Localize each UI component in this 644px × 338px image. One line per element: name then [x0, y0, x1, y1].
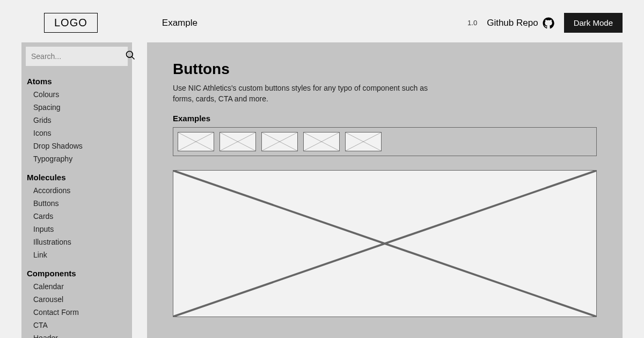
- sidebar-item-icons[interactable]: Icons: [26, 127, 128, 139]
- nav-section-molecules: Molecules Accordions Buttons Cards Input…: [26, 167, 128, 263]
- page-description: Use NIC Athletics's custom buttons style…: [173, 83, 430, 104]
- nav-heading-molecules: Molecules: [26, 170, 128, 184]
- sidebar-item-cta[interactable]: CTA: [26, 319, 128, 332]
- svg-point-0: [127, 52, 133, 58]
- svg-line-1: [132, 57, 135, 60]
- header: LOGO Example 1.0 Github Repo Dark Mode: [21, 0, 623, 42]
- dark-mode-button[interactable]: Dark Mode: [564, 13, 623, 33]
- sidebar-item-buttons[interactable]: Buttons: [26, 197, 128, 210]
- sidebar: Atoms Colours Spacing Grids Icons Drop S…: [21, 42, 132, 338]
- placeholder-icon: [219, 132, 256, 151]
- sidebar-item-carousel[interactable]: Carousel: [26, 293, 128, 306]
- example-label: Example: [162, 18, 197, 28]
- main-content: Buttons Use NIC Athletics's custom butto…: [147, 42, 623, 338]
- nav-heading-atoms: Atoms: [26, 74, 128, 88]
- sidebar-item-header[interactable]: Header: [26, 332, 128, 338]
- placeholder-icon: [261, 132, 298, 151]
- sidebar-item-typography[interactable]: Typography: [26, 152, 128, 165]
- sidebar-item-calendar[interactable]: Calendar: [26, 280, 128, 293]
- sidebar-item-link[interactable]: Link: [26, 248, 128, 261]
- examples-heading: Examples: [173, 114, 597, 123]
- github-repo-link[interactable]: Github Repo: [487, 17, 554, 29]
- nav-section-components: Components Calendar Carousel Contact For…: [26, 263, 128, 338]
- sidebar-item-spacing[interactable]: Spacing: [26, 101, 128, 114]
- nav-section-atoms: Atoms Colours Spacing Grids Icons Drop S…: [26, 71, 128, 167]
- logo: LOGO: [44, 13, 98, 33]
- sidebar-item-colours[interactable]: Colours: [26, 88, 128, 101]
- search-icon: [125, 50, 136, 63]
- sidebar-item-drop-shadows[interactable]: Drop Shadows: [26, 139, 128, 152]
- version-label: 1.0: [467, 19, 477, 27]
- sidebar-item-inputs[interactable]: Inputs: [26, 223, 128, 236]
- github-repo-label: Github Repo: [487, 18, 538, 28]
- placeholder-icon: [173, 170, 597, 317]
- sidebar-item-cards[interactable]: Cards: [26, 210, 128, 223]
- placeholder-icon: [345, 132, 382, 151]
- nav-heading-components: Components: [26, 266, 128, 280]
- sidebar-item-accordions[interactable]: Accordions: [26, 184, 128, 197]
- github-icon: [543, 17, 554, 29]
- search-field[interactable]: [26, 47, 128, 66]
- placeholder-icon: [303, 132, 340, 151]
- page-title: Buttons: [173, 61, 597, 78]
- sidebar-item-contact-form[interactable]: Contact Form: [26, 306, 128, 319]
- sidebar-item-grids[interactable]: Grids: [26, 114, 128, 127]
- example-row: [173, 127, 597, 156]
- sidebar-item-illustrations[interactable]: Illustrations: [26, 236, 128, 248]
- placeholder-icon: [178, 132, 214, 151]
- search-input[interactable]: [31, 52, 125, 61]
